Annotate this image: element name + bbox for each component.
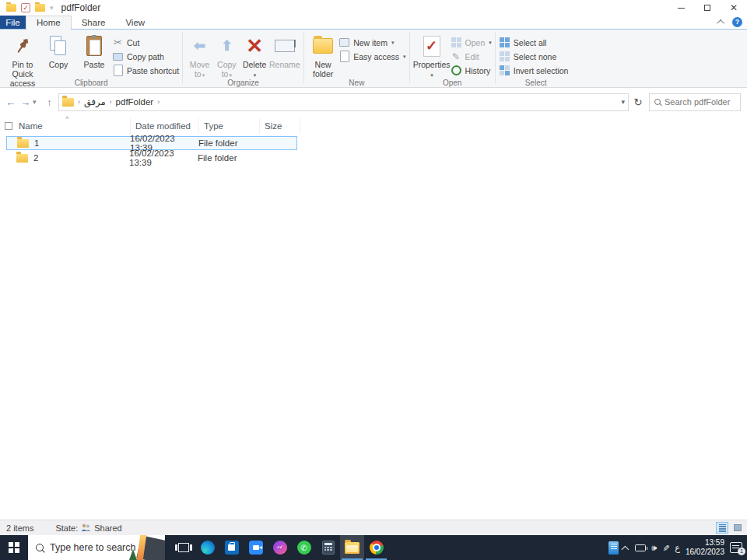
cut-button[interactable]: ✂ Cut bbox=[112, 37, 179, 48]
pen-icon[interactable]: ✎ bbox=[661, 544, 671, 551]
group-label-clipboard: Clipboard bbox=[0, 79, 182, 87]
paste-shortcut-button[interactable]: Paste shortcut bbox=[112, 65, 179, 76]
delete-button[interactable]: ✕ Delete▾ bbox=[240, 33, 269, 79]
window-title: pdfFolder bbox=[61, 2, 101, 13]
taskbar-clock[interactable]: 13:59 16/02/2023 bbox=[686, 538, 724, 558]
clock-time: 13:59 bbox=[705, 538, 724, 547]
properties-qat-icon[interactable]: ✓ bbox=[21, 3, 30, 12]
calculator-icon bbox=[322, 541, 335, 555]
start-button[interactable] bbox=[0, 535, 28, 560]
group-label-open: Open bbox=[410, 79, 495, 87]
tab-share[interactable]: Share bbox=[72, 16, 116, 29]
whatsapp-icon: ✆ bbox=[297, 541, 311, 555]
battery-icon[interactable] bbox=[635, 544, 646, 551]
rename-button[interactable]: Rename bbox=[269, 33, 301, 78]
taskbar-edge[interactable] bbox=[195, 535, 219, 560]
easy-access-button[interactable]: Easy access▾ bbox=[338, 51, 405, 62]
view-toggles bbox=[716, 522, 744, 534]
move-to-button[interactable]: ⬅ Move to▾ bbox=[186, 33, 213, 79]
breadcrumb-root[interactable]: مرفق bbox=[84, 96, 106, 107]
file-name: 2 bbox=[33, 153, 38, 163]
address-dropdown-icon[interactable]: ▾ bbox=[621, 98, 625, 106]
select-all-checkbox[interactable] bbox=[5, 122, 12, 130]
help-icon[interactable]: ? bbox=[732, 17, 742, 27]
cut-icon: ✂ bbox=[112, 37, 124, 48]
forward-button[interactable]: → bbox=[18, 96, 33, 108]
select-all-icon bbox=[499, 37, 510, 48]
taskbar-chrome[interactable] bbox=[364, 535, 388, 560]
new-folder-button[interactable]: New folder bbox=[307, 33, 338, 79]
taskbar-calculator[interactable] bbox=[316, 535, 340, 560]
ribbon-group-open: ✓ Properties▾ Open▾ ✎ Edit History Open bbox=[410, 30, 495, 88]
navigation-bar: ← → ▾ ↑ › مرفق › pdfFolder › ▾ ↻ bbox=[0, 92, 747, 112]
file-row-2[interactable]: 2 16/02/2023 13:39 File folder bbox=[6, 151, 297, 165]
status-bar: 2 items State: Shared bbox=[0, 520, 747, 535]
taskbar-zoom[interactable] bbox=[244, 535, 268, 560]
ribbon-group-clipboard: Pin to Quick access Copy Paste ✂ Cut Cop… bbox=[0, 30, 182, 88]
taskbar-search[interactable]: Type here to search bbox=[28, 535, 165, 560]
taskbar-messenger[interactable] bbox=[268, 535, 292, 560]
search-highlight-image[interactable] bbox=[129, 535, 165, 560]
state-label: State: bbox=[55, 523, 78, 533]
minimize-button[interactable] bbox=[668, 0, 694, 16]
group-label-select: Select bbox=[496, 79, 577, 87]
copy-to-button[interactable]: ⬆ Copy to▾ bbox=[213, 33, 240, 79]
taskbar-store[interactable] bbox=[219, 535, 244, 560]
ribbon-corner-controls: ? bbox=[719, 17, 742, 27]
new-folder-qat-icon[interactable] bbox=[35, 4, 45, 12]
share-state: State: Shared bbox=[55, 523, 121, 533]
document-app-tray-icon[interactable] bbox=[608, 541, 619, 555]
details-view-icon bbox=[719, 524, 726, 532]
recent-locations-icon[interactable]: ▾ bbox=[33, 98, 42, 106]
tab-home[interactable]: Home bbox=[26, 16, 72, 29]
select-none-button[interactable]: Select none bbox=[499, 51, 569, 62]
paste-button[interactable]: Paste bbox=[76, 33, 112, 78]
select-none-label: Select none bbox=[514, 52, 556, 61]
select-all-button[interactable]: Select all bbox=[499, 37, 569, 48]
edit-icon: ✎ bbox=[451, 51, 462, 62]
invert-selection-button[interactable]: Invert selection bbox=[499, 65, 569, 76]
up-button[interactable]: ↑ bbox=[42, 96, 57, 108]
explorer-window: ✓ ▾ pdfFolder ✕ File Home Share View ? P… bbox=[0, 0, 747, 560]
notification-center-button[interactable]: 1 bbox=[730, 542, 742, 553]
properties-button[interactable]: ✓ Properties▾ bbox=[413, 33, 451, 79]
taskbar-file-explorer[interactable] bbox=[340, 535, 364, 560]
tab-view[interactable]: View bbox=[115, 16, 155, 29]
details-view-button[interactable] bbox=[716, 522, 728, 534]
column-header-date-modified[interactable]: Date modified bbox=[131, 118, 199, 134]
column-header-name[interactable]: Name bbox=[0, 118, 131, 134]
copy-path-button[interactable]: Copy path bbox=[112, 51, 179, 62]
task-view-button[interactable] bbox=[171, 535, 195, 560]
copy-button[interactable]: Copy bbox=[40, 33, 76, 78]
taskbar-whatsapp[interactable]: ✆ bbox=[292, 535, 316, 560]
search-input[interactable] bbox=[665, 97, 735, 107]
back-button[interactable]: ← bbox=[3, 96, 18, 108]
language-indicator[interactable]: ع bbox=[675, 543, 680, 553]
breadcrumb-current[interactable]: pdfFolder bbox=[116, 97, 154, 107]
system-tray: 🕪 ✎ ع 13:59 16/02/2023 1 bbox=[608, 535, 747, 560]
move-to-icon: ⬅ bbox=[188, 34, 212, 58]
refresh-button[interactable]: ↻ bbox=[629, 96, 647, 108]
hidden-icons-chevron[interactable] bbox=[622, 545, 630, 553]
tab-file[interactable]: File bbox=[0, 16, 26, 29]
column-header-type[interactable]: Type bbox=[199, 118, 260, 134]
task-view-icon bbox=[178, 543, 189, 552]
address-bar[interactable]: › مرفق › pdfFolder › ▾ bbox=[58, 93, 629, 111]
edit-button[interactable]: ✎ Edit bbox=[451, 51, 492, 62]
history-button[interactable]: History bbox=[451, 65, 492, 76]
open-button[interactable]: Open▾ bbox=[451, 37, 492, 48]
search-box[interactable] bbox=[649, 93, 741, 111]
microsoft-store-icon bbox=[225, 541, 239, 555]
column-type-label: Type bbox=[204, 121, 223, 131]
thumbnails-view-icon bbox=[734, 524, 742, 531]
new-item-icon bbox=[338, 37, 350, 48]
qat-dropdown-icon[interactable]: ▾ bbox=[50, 4, 54, 12]
history-icon bbox=[451, 65, 462, 76]
speaker-icon[interactable]: 🕪 bbox=[651, 543, 657, 553]
close-button[interactable]: ✕ bbox=[721, 0, 747, 16]
thumbnails-view-button[interactable] bbox=[731, 522, 744, 534]
restore-button[interactable] bbox=[694, 0, 721, 16]
column-header-size[interactable]: Size bbox=[260, 118, 300, 134]
taskbar: Type here to search ✆ 🕪 ✎ ع 13:59 16/02/… bbox=[0, 535, 747, 560]
new-item-button[interactable]: New item▾ bbox=[338, 37, 405, 48]
